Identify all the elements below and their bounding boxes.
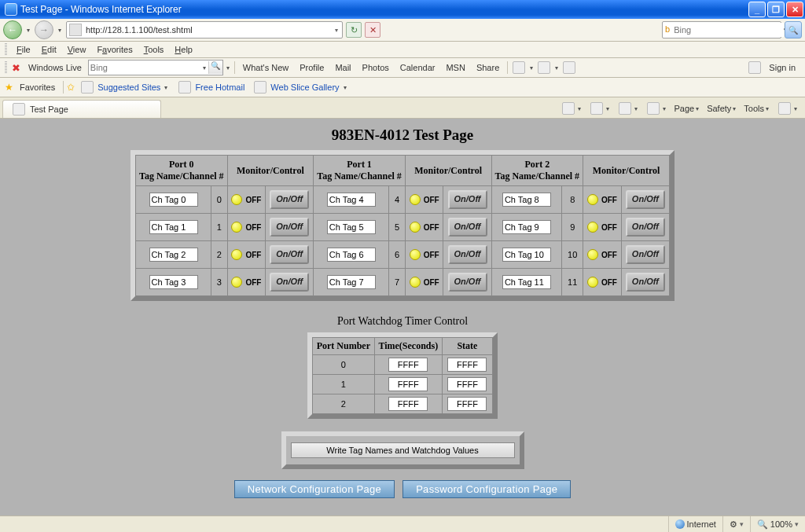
ie-icon [5,3,17,16]
cmd-safety[interactable]: Safety ▾ [704,102,739,115]
link-mail[interactable]: Mail [330,61,355,74]
suggested-sites-icon [81,81,94,94]
cmd-print[interactable]: ▾ [642,101,669,116]
minimize-button[interactable]: _ [748,2,766,17]
address-bar[interactable]: ▾ [66,21,343,39]
search-provider-icon: b [665,24,670,35]
maximize-button[interactable]: ❐ [767,2,785,17]
feeds-icon [590,102,603,115]
browser-search-input[interactable] [672,23,784,37]
cmd-tools[interactable]: Tools ▾ [741,102,772,115]
menu-edit[interactable]: Edit [37,43,61,56]
help-icon [778,102,791,115]
menu-tools[interactable]: Tools [139,43,169,56]
cmd-feeds[interactable]: ▾ [586,101,612,116]
menu-view[interactable]: View [63,43,91,56]
live-settings-icon[interactable] [748,61,761,74]
free-hotmail-link[interactable]: Free Hotmail [174,79,248,95]
mail-icon [619,102,631,115]
window-titlebar: Test Page - Windows Internet Explorer _ … [0,0,805,19]
suggested-sites-link[interactable]: Suggested Sites ▾ [76,79,172,95]
menu-file[interactable]: File [12,43,35,56]
link-calendar[interactable]: Calendar [395,61,440,74]
link-profile[interactable]: Profile [295,61,329,74]
window-title: Test Page - Windows Internet Explorer [20,4,748,15]
cmd-page[interactable]: Page ▾ [671,102,702,115]
search-go-button[interactable]: 🔍 [785,21,802,39]
back-history-dropdown[interactable]: ▾ [25,27,31,34]
live-search-go[interactable]: 🔍 [208,61,222,74]
toolbar-grip [5,43,7,56]
menu-help[interactable]: Help [170,43,197,56]
link-whatsnew[interactable]: What's New [238,61,293,74]
live-search-input[interactable] [89,61,200,74]
forward-history-dropdown[interactable]: ▾ [57,27,63,34]
windows-live-toolbar: ✖ Windows Live ▾ 🔍 ▾ What's New Profile … [0,58,805,78]
webslice-icon [254,81,266,94]
web-slice-gallery-link[interactable]: Web Slice Gallery ▾ [249,79,351,95]
live-search-dropdown[interactable]: ▾ [200,64,208,72]
add-favorite-icon[interactable]: ✩ [67,82,75,93]
favorites-label[interactable]: Favorites [15,81,60,94]
refresh-button[interactable]: ↻ [346,22,362,38]
link-photos[interactable]: Photos [358,61,394,74]
back-button[interactable]: ← [3,20,22,39]
favorites-star-icon[interactable]: ★ [5,82,13,93]
windows-live-label[interactable]: Windows Live [24,61,86,74]
tab-label: Test Page [30,105,68,114]
cmd-home[interactable]: ▾ [557,101,584,116]
url-history-dropdown[interactable]: ▾ [331,27,342,34]
signin-link[interactable]: Sign in [764,61,800,74]
menu-favorites[interactable]: Favorites [92,43,137,56]
home-icon [562,102,575,115]
print-icon [647,102,660,115]
close-button[interactable]: ✕ [786,2,803,17]
stop-button[interactable]: ✕ [365,22,380,38]
favorites-bar: ★ Favorites ✩ Suggested Sites ▾ Free Hot… [0,78,805,97]
url-input[interactable] [84,23,331,37]
tab-page-icon [13,103,25,116]
link-share[interactable]: Share [472,61,504,74]
browser-search-box[interactable]: b ▾ [662,21,781,39]
link-msn[interactable]: MSN [441,61,469,74]
live-tool-icon-3[interactable] [563,61,575,74]
page-icon [69,24,82,36]
cmd-readmail[interactable]: ▾ [614,101,641,116]
toolbar-grip [5,61,7,74]
forward-button[interactable]: → [35,20,53,39]
address-bar-row: ← ▾ → ▾ ▾ ↻ ✕ b ▾ 🔍 [0,19,805,42]
browser-tab[interactable]: Test Page [2,100,161,118]
hotmail-icon [178,81,191,94]
live-search-box[interactable]: ▾ 🔍 [88,60,223,75]
live-tool-icon-1[interactable] [513,61,525,74]
live-flag-icon: ✖ [12,62,20,74]
tab-strip: Test Page ▾ ▾ ▾ ▾ Page ▾ Safety ▾ Tools … [0,97,805,119]
live-tool-icon-2[interactable] [538,61,550,74]
menu-bar: File Edit View Favorites Tools Help [0,42,805,58]
cmd-help[interactable]: ▾ [774,101,800,116]
command-bar: ▾ ▾ ▾ ▾ Page ▾ Safety ▾ Tools ▾ ▾ [161,99,805,118]
